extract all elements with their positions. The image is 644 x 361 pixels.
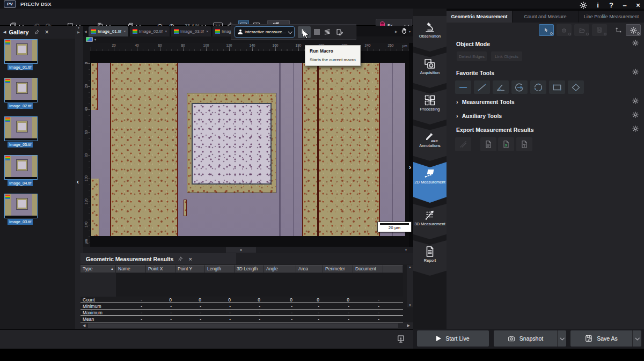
- tool-angle[interactable]: [493, 80, 509, 94]
- gallery-thumbnail[interactable]: [4, 78, 38, 102]
- results-vertical-scrollbar[interactable]: ▲ ▼: [407, 265, 413, 307]
- detect-edges-button[interactable]: Detect Edges: [457, 51, 487, 61]
- help-icon[interactable]: ?: [606, 1, 616, 9]
- sidebar-item-3d-measurement[interactable]: 3D Measurement: [413, 204, 447, 239]
- delete-objects-button[interactable]: [557, 24, 572, 36]
- gallery-item-label[interactable]: Image_05.tif: [8, 142, 33, 148]
- select-objects-button[interactable]: [539, 24, 554, 36]
- column-header-document[interactable]: Document: [353, 265, 383, 273]
- gear-icon[interactable]: [632, 69, 639, 75]
- gallery-thumbnail[interactable]: [4, 194, 38, 218]
- expand-right-icon[interactable]: ›: [409, 164, 411, 171]
- tool-circle-3point[interactable]: [530, 80, 546, 94]
- sidebar-item-processing[interactable]: Processing: [413, 89, 447, 124]
- tab-count-and-measure[interactable]: Count and Measure: [513, 11, 579, 23]
- tab-close-icon[interactable]: ×: [206, 29, 209, 34]
- document-tab[interactable]: Image_02.tif ×: [130, 26, 170, 36]
- column-header-length[interactable]: Length: [205, 265, 235, 273]
- measurement-settings-button[interactable]: [626, 24, 641, 36]
- dropdown-small-icon[interactable]: ▾: [405, 248, 407, 252]
- gallery-item-label[interactable]: Image_03.tif: [8, 219, 33, 225]
- stop-macro-button[interactable]: [314, 29, 320, 35]
- expand-right-small-icon[interactable]: ▶: [77, 30, 80, 34]
- dimension-mode-button[interactable]: [611, 24, 626, 36]
- scroll-right-icon[interactable]: ▶: [407, 323, 410, 328]
- gallery-thumbnail[interactable]: [4, 116, 38, 141]
- save-as-button[interactable]: Save As: [570, 330, 641, 347]
- pan-options-dropdown-icon[interactable]: ▾: [409, 30, 411, 33]
- gallery-item-label[interactable]: Image_02.tif: [8, 103, 33, 109]
- scroll-up-icon[interactable]: ▲: [407, 266, 413, 269]
- document-tab[interactable]: Image_01.tif ×: [89, 26, 128, 36]
- macro-list-button[interactable]: [323, 28, 332, 36]
- pan-hand-icon[interactable]: [401, 27, 408, 34]
- tab-line-profile-measurement[interactable]: Line Profile Measurement: [579, 11, 644, 23]
- collapse-gallery-icon[interactable]: ◀: [3, 30, 6, 34]
- sidebar-item-acquisition[interactable]: Acquisition: [413, 53, 447, 88]
- tab-geometric-measurement[interactable]: Geometric Measurement: [447, 11, 513, 23]
- column-header-angle[interactable]: Angle: [264, 265, 296, 273]
- snapshot-options-button[interactable]: [557, 330, 566, 347]
- tool-circle-diameter[interactable]: [511, 80, 528, 94]
- collapse-results-button[interactable]: ∨: [226, 247, 256, 253]
- gallery-thumbnail[interactable]: [4, 39, 38, 64]
- close-gallery-icon[interactable]: ×: [45, 28, 49, 36]
- minimize-icon[interactable]: –: [620, 1, 630, 9]
- load-measurements-button[interactable]: [574, 24, 589, 36]
- gear-icon[interactable]: [632, 40, 639, 46]
- gallery-item-label[interactable]: Image_01.tif: [8, 64, 33, 70]
- sidebar-item-report[interactable]: Report: [413, 240, 447, 276]
- display-info-icon[interactable]: [396, 334, 406, 344]
- measurement-tools-expander[interactable]: ›Measurement Tools: [456, 99, 515, 105]
- snapshot-button[interactable]: Snapshot: [494, 330, 566, 347]
- tab-close-icon[interactable]: ×: [165, 29, 167, 34]
- column-header-point-x[interactable]: Point X: [146, 265, 175, 273]
- results-horizontal-scrollbar[interactable]: ◀ ▶: [80, 322, 413, 329]
- macro-select-dropdown[interactable]: interactive measure...: [235, 26, 295, 38]
- column-header-3d-length[interactable]: 3D Length: [235, 265, 264, 273]
- scrollbar-thumb[interactable]: [88, 323, 398, 328]
- close-results-icon[interactable]: ×: [188, 256, 192, 262]
- export-excel-button[interactable]: [498, 137, 514, 151]
- overlay-options-icon[interactable]: [86, 37, 93, 42]
- dropdown-small-icon[interactable]: ▾: [78, 26, 79, 30]
- tab-close-icon[interactable]: ×: [123, 29, 126, 34]
- edit-macro-button[interactable]: [335, 28, 343, 36]
- document-tab[interactable]: Image_03.tif ×: [171, 26, 211, 36]
- tool-polygon[interactable]: [568, 80, 584, 94]
- sidebar-item-observation[interactable]: Observation: [413, 16, 447, 51]
- save-measurements-button[interactable]: [592, 24, 607, 36]
- settings-gear-icon[interactable]: [580, 2, 589, 9]
- export-draw-button[interactable]: [455, 137, 471, 151]
- dropdown-small-icon[interactable]: ▾: [94, 38, 96, 41]
- tool-line[interactable]: [474, 80, 490, 94]
- column-header-perimeter[interactable]: Perimeter: [323, 265, 353, 273]
- gear-icon[interactable]: [632, 126, 639, 132]
- column-header-area[interactable]: Area: [296, 265, 323, 273]
- export-report-button[interactable]: [480, 137, 496, 151]
- start-live-button[interactable]: Start Live: [417, 330, 489, 347]
- info-icon[interactable]: i: [593, 1, 603, 9]
- collapse-left-icon[interactable]: ‹: [77, 178, 79, 186]
- auxiliary-tools-expander[interactable]: ›Auxiliary Tools: [456, 113, 502, 119]
- tab-scroll-right-icon[interactable]: ▶: [395, 30, 398, 33]
- column-header-type[interactable]: Type▲: [80, 265, 116, 273]
- pin-icon[interactable]: [34, 30, 40, 35]
- scroll-left-icon[interactable]: ◀: [83, 323, 85, 328]
- gear-icon[interactable]: [632, 98, 639, 104]
- scroll-down-icon[interactable]: ▼: [407, 304, 413, 307]
- export-text-button[interactable]: [516, 137, 532, 151]
- tool-rectangle[interactable]: [549, 80, 565, 94]
- gallery-thumbnail[interactable]: [4, 155, 38, 180]
- gallery-item-label[interactable]: Image_04.tif: [8, 180, 33, 186]
- sidebar-item-2d-measurement[interactable]: 2D Measurement: [413, 162, 447, 203]
- tab-scroll-left-icon[interactable]: ◀: [84, 30, 87, 33]
- image-canvas[interactable]: [90, 51, 409, 247]
- close-icon[interactable]: ×: [633, 1, 643, 9]
- sidebar-item-annotations[interactable]: ABC Annotations: [413, 126, 447, 161]
- column-header-name[interactable]: Name: [116, 265, 146, 273]
- chevron-down-icon[interactable]: [288, 30, 292, 34]
- pin-icon[interactable]: [178, 256, 183, 262]
- save-as-options-button[interactable]: [632, 330, 641, 347]
- tool-horizontal-line[interactable]: [455, 80, 471, 94]
